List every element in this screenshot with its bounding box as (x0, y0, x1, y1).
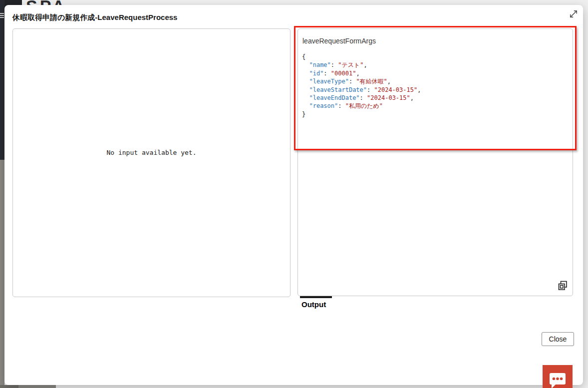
leave-request-dialog: 休暇取得申請の新規作成-LeaveRequestProcess No input… (4, 5, 583, 385)
copy-icon (558, 281, 568, 291)
dialog-title: 休暇取得申請の新規作成-LeaveRequestProcess (12, 13, 177, 22)
background-sidebar-dark-strip (0, 0, 4, 160)
close-button[interactable]: Close (542, 332, 574, 346)
hamburger-menu-icon (0, 12, 4, 19)
json-code: { "name": "テスト", "id": "00001", "leaveTy… (302, 53, 569, 118)
tab-output-indicator (300, 296, 332, 298)
expand-dialog-button[interactable] (568, 8, 580, 20)
expand-diagonal-icon (569, 9, 579, 19)
chat-fab-button[interactable] (543, 365, 573, 388)
chat-bubble-icon (543, 365, 573, 388)
copy-button[interactable] (557, 280, 569, 292)
tab-output[interactable]: Output (301, 300, 326, 309)
background-bottom-dark-strip (0, 385, 18, 388)
input-panel: No input available yet. (12, 28, 291, 297)
background-sidebar-gray-strip (0, 160, 4, 388)
output-object-name: leaveRequestFormArgs (302, 37, 376, 45)
input-empty-message: No input available yet. (106, 149, 196, 156)
background-bottom-gray-strip (18, 385, 56, 388)
output-panel[interactable]: leaveRequestFormArgs { "name": "テスト", "i… (297, 28, 573, 296)
